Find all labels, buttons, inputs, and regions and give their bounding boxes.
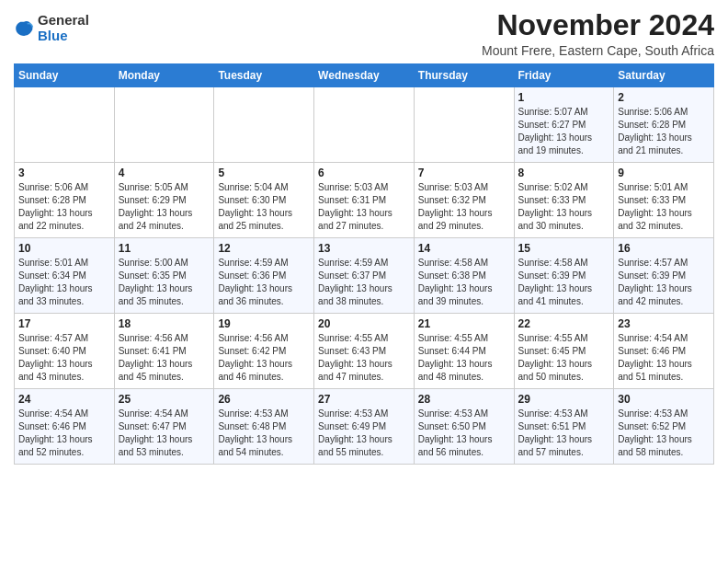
day-number: 2 — [618, 91, 710, 104]
day-info: Sunrise: 5:06 AM Sunset: 6:28 PM Dayligh… — [618, 107, 692, 155]
day-info: Sunrise: 4:58 AM Sunset: 6:38 PM Dayligh… — [418, 258, 493, 306]
month-title: November 2024 — [482, 9, 714, 41]
day-info: Sunrise: 5:02 AM Sunset: 6:33 PM Dayligh… — [518, 182, 593, 231]
day-number: 24 — [18, 393, 110, 406]
day-info: Sunrise: 4:53 AM Sunset: 6:50 PM Dayligh… — [418, 408, 493, 457]
calendar-cell: 26Sunrise: 4:53 AM Sunset: 6:48 PM Dayli… — [214, 389, 314, 465]
calendar-cell: 25Sunrise: 4:54 AM Sunset: 6:47 PM Dayli… — [114, 389, 214, 465]
day-info: Sunrise: 5:01 AM Sunset: 6:34 PM Dayligh… — [18, 258, 93, 306]
day-number: 23 — [618, 317, 710, 330]
calendar-cell — [414, 87, 514, 163]
day-info: Sunrise: 4:56 AM Sunset: 6:41 PM Dayligh… — [119, 333, 193, 382]
day-number: 4 — [119, 167, 210, 179]
day-info: Sunrise: 5:07 AM Sunset: 6:27 PM Dayligh… — [518, 107, 593, 155]
calendar-cell: 9Sunrise: 5:01 AM Sunset: 6:33 PM Daylig… — [614, 163, 714, 238]
day-number: 13 — [318, 242, 410, 255]
day-info: Sunrise: 4:57 AM Sunset: 6:40 PM Dayligh… — [18, 333, 93, 382]
day-number: 11 — [119, 242, 210, 255]
page-container: General Blue November 2024 Mount Frere, … — [0, 0, 728, 474]
calendar-cell: 21Sunrise: 4:55 AM Sunset: 6:44 PM Dayli… — [414, 314, 514, 389]
calendar-cell: 16Sunrise: 4:57 AM Sunset: 6:39 PM Dayli… — [614, 238, 714, 314]
calendar-cell: 11Sunrise: 5:00 AM Sunset: 6:35 PM Dayli… — [114, 238, 214, 314]
weekday-header-saturday: Saturday — [614, 64, 714, 87]
day-info: Sunrise: 4:55 AM Sunset: 6:43 PM Dayligh… — [318, 333, 392, 382]
calendar-cell: 30Sunrise: 4:53 AM Sunset: 6:52 PM Dayli… — [614, 389, 714, 465]
day-info: Sunrise: 5:00 AM Sunset: 6:35 PM Dayligh… — [119, 258, 193, 306]
day-info: Sunrise: 4:59 AM Sunset: 6:37 PM Dayligh… — [318, 258, 392, 306]
calendar-cell: 28Sunrise: 4:53 AM Sunset: 6:50 PM Dayli… — [414, 389, 514, 465]
day-number: 7 — [418, 167, 510, 179]
day-number: 15 — [518, 242, 610, 255]
logo-icon — [14, 18, 34, 39]
day-info: Sunrise: 5:03 AM Sunset: 6:32 PM Dayligh… — [418, 182, 493, 231]
day-number: 26 — [218, 393, 310, 406]
day-number: 3 — [18, 167, 110, 179]
weekday-header-friday: Friday — [514, 64, 614, 87]
day-info: Sunrise: 4:53 AM Sunset: 6:51 PM Dayligh… — [518, 408, 593, 457]
day-number: 6 — [318, 167, 410, 179]
calendar-cell — [314, 87, 415, 163]
day-number: 1 — [518, 91, 610, 104]
day-info: Sunrise: 5:03 AM Sunset: 6:31 PM Dayligh… — [318, 182, 392, 231]
weekday-row: SundayMondayTuesdayWednesdayThursdayFrid… — [15, 64, 714, 87]
day-info: Sunrise: 5:05 AM Sunset: 6:29 PM Dayligh… — [119, 182, 193, 231]
day-number: 21 — [418, 317, 510, 330]
location: Mount Frere, Eastern Cape, South Africa — [482, 43, 714, 58]
logo-text: General Blue — [38, 13, 89, 43]
calendar-cell: 1Sunrise: 5:07 AM Sunset: 6:27 PM Daylig… — [514, 87, 614, 163]
calendar-cell: 10Sunrise: 5:01 AM Sunset: 6:34 PM Dayli… — [15, 238, 115, 314]
day-number: 27 — [318, 393, 410, 406]
day-info: Sunrise: 4:53 AM Sunset: 6:49 PM Dayligh… — [318, 408, 392, 457]
day-info: Sunrise: 5:06 AM Sunset: 6:28 PM Dayligh… — [18, 182, 93, 231]
calendar-body: 1Sunrise: 5:07 AM Sunset: 6:27 PM Daylig… — [15, 87, 714, 465]
day-number: 17 — [18, 317, 110, 330]
day-info: Sunrise: 4:55 AM Sunset: 6:45 PM Dayligh… — [518, 333, 593, 382]
weekday-header-sunday: Sunday — [15, 64, 115, 87]
day-number: 8 — [518, 167, 610, 179]
calendar-header: SundayMondayTuesdayWednesdayThursdayFrid… — [15, 64, 714, 87]
day-number: 12 — [218, 242, 310, 255]
day-number: 30 — [618, 393, 710, 406]
day-number: 10 — [18, 242, 110, 255]
calendar-cell — [114, 87, 214, 163]
calendar-cell: 13Sunrise: 4:59 AM Sunset: 6:37 PM Dayli… — [314, 238, 415, 314]
calendar-cell: 20Sunrise: 4:55 AM Sunset: 6:43 PM Dayli… — [314, 314, 415, 389]
calendar-cell: 3Sunrise: 5:06 AM Sunset: 6:28 PM Daylig… — [15, 163, 115, 238]
calendar-cell: 24Sunrise: 4:54 AM Sunset: 6:46 PM Dayli… — [15, 389, 115, 465]
calendar-cell: 4Sunrise: 5:05 AM Sunset: 6:29 PM Daylig… — [114, 163, 214, 238]
calendar-cell: 8Sunrise: 5:02 AM Sunset: 6:33 PM Daylig… — [514, 163, 614, 238]
page-header: General Blue November 2024 Mount Frere, … — [14, 9, 714, 58]
calendar-cell: 12Sunrise: 4:59 AM Sunset: 6:36 PM Dayli… — [214, 238, 314, 314]
calendar-week-5: 24Sunrise: 4:54 AM Sunset: 6:46 PM Dayli… — [15, 389, 714, 465]
logo-blue-text: Blue — [38, 29, 89, 44]
logo-general-text: General — [38, 13, 89, 29]
day-info: Sunrise: 4:56 AM Sunset: 6:42 PM Dayligh… — [218, 333, 292, 382]
day-info: Sunrise: 4:54 AM Sunset: 6:46 PM Dayligh… — [18, 408, 93, 457]
day-number: 5 — [218, 167, 310, 179]
day-info: Sunrise: 4:53 AM Sunset: 6:52 PM Dayligh… — [618, 408, 692, 457]
calendar-week-1: 1Sunrise: 5:07 AM Sunset: 6:27 PM Daylig… — [15, 87, 714, 163]
day-info: Sunrise: 4:58 AM Sunset: 6:39 PM Dayligh… — [518, 258, 593, 306]
calendar-cell: 19Sunrise: 4:56 AM Sunset: 6:42 PM Dayli… — [214, 314, 314, 389]
calendar-cell — [214, 87, 314, 163]
weekday-header-monday: Monday — [114, 64, 214, 87]
day-number: 22 — [518, 317, 610, 330]
day-info: Sunrise: 5:04 AM Sunset: 6:30 PM Dayligh… — [218, 182, 292, 231]
calendar-cell: 7Sunrise: 5:03 AM Sunset: 6:32 PM Daylig… — [414, 163, 514, 238]
day-number: 16 — [618, 242, 710, 255]
calendar-cell: 29Sunrise: 4:53 AM Sunset: 6:51 PM Dayli… — [514, 389, 614, 465]
day-info: Sunrise: 4:54 AM Sunset: 6:46 PM Dayligh… — [618, 333, 692, 382]
calendar-cell: 22Sunrise: 4:55 AM Sunset: 6:45 PM Dayli… — [514, 314, 614, 389]
logo: General Blue — [14, 13, 89, 43]
day-info: Sunrise: 4:59 AM Sunset: 6:36 PM Dayligh… — [218, 258, 292, 306]
calendar-cell: 5Sunrise: 5:04 AM Sunset: 6:30 PM Daylig… — [214, 163, 314, 238]
calendar-cell: 14Sunrise: 4:58 AM Sunset: 6:38 PM Dayli… — [414, 238, 514, 314]
title-area: November 2024 Mount Frere, Eastern Cape,… — [482, 9, 714, 58]
day-number: 25 — [119, 393, 210, 406]
calendar-cell — [15, 87, 115, 163]
calendar-cell: 18Sunrise: 4:56 AM Sunset: 6:41 PM Dayli… — [114, 314, 214, 389]
weekday-header-tuesday: Tuesday — [214, 64, 314, 87]
calendar-cell: 6Sunrise: 5:03 AM Sunset: 6:31 PM Daylig… — [314, 163, 415, 238]
day-number: 20 — [318, 317, 410, 330]
calendar-table: SundayMondayTuesdayWednesdayThursdayFrid… — [14, 63, 714, 465]
